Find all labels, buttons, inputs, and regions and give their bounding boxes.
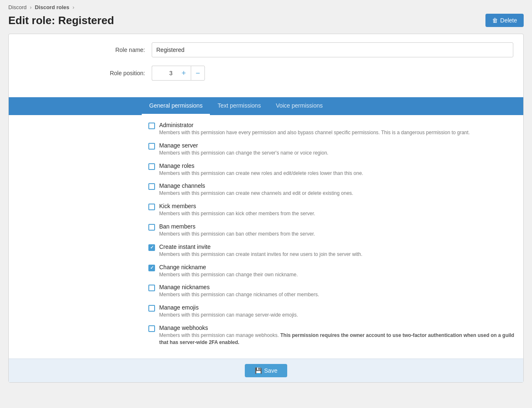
- checkbox-manage-server[interactable]: [148, 143, 155, 150]
- permission-administrator: Administrator Members with this permissi…: [148, 122, 517, 136]
- breadcrumb-separator-1: ›: [30, 4, 32, 10]
- permission-manage-channels: Manage channels Members with this permis…: [148, 182, 517, 197]
- checkbox-manage-emojis[interactable]: [148, 305, 155, 312]
- checkbox-administrator[interactable]: [148, 123, 155, 129]
- permissions-left-panel: [9, 122, 142, 352]
- checkbox-create-instant-invite[interactable]: [148, 244, 155, 251]
- main-card: Role name: Role position: + − General pe…: [8, 34, 524, 383]
- perm-desc-change-nickname: Members with this permission can change …: [159, 271, 517, 278]
- perm-desc-webhooks-plain: Members with this permission can manage …: [159, 332, 280, 338]
- perm-desc-manage-nicknames: Members with this permission can change …: [159, 291, 517, 298]
- permission-create-instant-invite: Create instant invite Members with this …: [148, 243, 517, 258]
- permission-manage-server: Manage server Members with this permissi…: [148, 142, 517, 157]
- permissions-list: Administrator Members with this permissi…: [142, 122, 523, 352]
- checkbox-manage-channels[interactable]: [148, 183, 155, 190]
- checkbox-manage-roles[interactable]: [148, 163, 155, 170]
- save-button[interactable]: 💾 Save: [245, 364, 288, 377]
- footer-bar: 💾 Save: [9, 359, 523, 382]
- position-decrement-button[interactable]: −: [191, 66, 205, 81]
- perm-desc-manage-channels: Members with this permission can create …: [159, 190, 517, 197]
- tab-general-permissions[interactable]: General permissions: [142, 97, 210, 115]
- role-position-row: Role position: + −: [19, 66, 513, 81]
- perm-name-manage-nicknames: Manage nicknames: [159, 284, 517, 290]
- role-name-label: Role name:: [19, 47, 152, 53]
- tab-voice-permissions[interactable]: Voice permissions: [268, 97, 330, 115]
- checkbox-manage-nicknames[interactable]: [148, 285, 155, 291]
- position-increment-button[interactable]: +: [177, 66, 191, 81]
- save-icon: 💾: [255, 367, 262, 374]
- perm-name-administrator: Administrator: [159, 122, 517, 128]
- permission-ban-members: Ban members Members with this permission…: [148, 223, 517, 238]
- page-header: Edit role: Registered 🗑 Delete: [8, 14, 524, 27]
- perm-desc-manage-server: Members with this permission can change …: [159, 150, 517, 157]
- tabs-bar: General permissions Text permissions Voi…: [9, 97, 523, 115]
- perm-desc-manage-roles: Members with this permission can create …: [159, 170, 517, 177]
- checkbox-manage-webhooks[interactable]: [148, 325, 155, 332]
- position-stepper: + −: [152, 66, 205, 81]
- permission-manage-emojis: Manage emojis Members with this permissi…: [148, 304, 517, 319]
- tab-text-permissions[interactable]: Text permissions: [210, 97, 268, 115]
- perm-desc-administrator: Members with this permission have every …: [159, 129, 517, 136]
- breadcrumb-discord-roles: Discord roles: [35, 4, 69, 10]
- permission-change-nickname: Change nickname Members with this permis…: [148, 264, 517, 278]
- delete-button[interactable]: 🗑 Delete: [485, 14, 524, 27]
- perm-desc-ban-members: Members with this permission can ban oth…: [159, 231, 517, 238]
- perm-desc-manage-webhooks: Members with this permission can manage …: [159, 332, 517, 346]
- perm-name-kick-members: Kick members: [159, 203, 517, 209]
- perm-desc-create-instant-invite: Members with this permission can create …: [159, 251, 517, 258]
- breadcrumb: Discord › Discord roles ›: [8, 4, 524, 10]
- role-position-label: Role position:: [19, 70, 152, 76]
- trash-icon: 🗑: [492, 17, 498, 24]
- permissions-section: Administrator Members with this permissi…: [9, 115, 523, 359]
- page-title: Edit role: Registered: [8, 14, 114, 27]
- perm-desc-kick-members: Members with this permission can kick ot…: [159, 210, 517, 217]
- perm-name-manage-roles: Manage roles: [159, 162, 517, 169]
- perm-name-manage-server: Manage server: [159, 142, 517, 149]
- perm-name-manage-channels: Manage channels: [159, 182, 517, 189]
- permission-manage-roles: Manage roles Members with this permissio…: [148, 162, 517, 177]
- role-name-row: Role name:: [19, 42, 513, 57]
- breadcrumb-separator-2: ›: [72, 4, 74, 10]
- checkbox-ban-members[interactable]: [148, 224, 155, 231]
- form-section: Role name: Role position: + −: [9, 34, 523, 97]
- checkbox-change-nickname[interactable]: [148, 265, 155, 271]
- perm-name-create-instant-invite: Create instant invite: [159, 243, 517, 250]
- save-label: Save: [264, 367, 278, 374]
- permission-manage-nicknames: Manage nicknames Members with this permi…: [148, 284, 517, 298]
- delete-label: Delete: [500, 17, 517, 24]
- perm-name-ban-members: Ban members: [159, 223, 517, 230]
- perm-desc-manage-emojis: Members with this permission can manage …: [159, 312, 517, 319]
- role-name-input[interactable]: [152, 42, 513, 57]
- perm-name-manage-webhooks: Manage webhooks: [159, 324, 517, 331]
- checkbox-kick-members[interactable]: [148, 204, 155, 210]
- perm-name-change-nickname: Change nickname: [159, 264, 517, 270]
- breadcrumb-discord[interactable]: Discord: [8, 4, 27, 10]
- role-position-input[interactable]: [152, 66, 177, 81]
- permission-manage-webhooks: Manage webhooks Members with this permis…: [148, 324, 517, 346]
- perm-name-manage-emojis: Manage emojis: [159, 304, 517, 311]
- permission-kick-members: Kick members Members with this permissio…: [148, 203, 517, 217]
